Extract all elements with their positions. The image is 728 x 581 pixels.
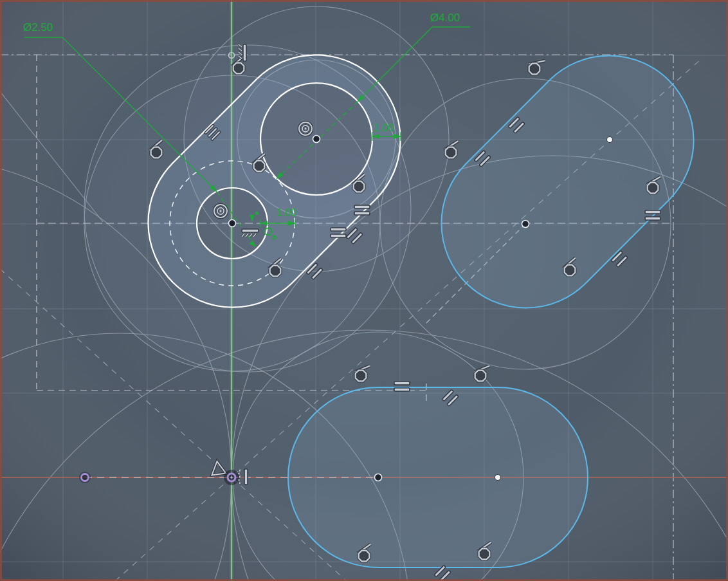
black-sketch-point[interactable]	[313, 136, 320, 143]
cad-viewport[interactable]: Ø2.50Ø4.001.001.00	[0, 0, 728, 581]
white-sketch-point[interactable]	[607, 137, 613, 143]
black-sketch-point[interactable]	[229, 220, 236, 227]
dimension-label[interactable]: 1.00	[374, 122, 394, 133]
origin-sketch-point[interactable]	[224, 470, 239, 485]
dimension-label[interactable]: Ø2.50	[23, 21, 53, 33]
sketch-bottom-blue-slot[interactable]	[288, 387, 588, 567]
black-sketch-point[interactable]	[522, 221, 529, 228]
dimension-label[interactable]: Ø4.00	[430, 12, 460, 24]
sketch-canvas[interactable]: Ø2.50Ø4.001.001.00	[0, 0, 728, 581]
purple-sketch-point[interactable]	[79, 472, 91, 483]
dimension-drag-handle[interactable]	[255, 212, 259, 215]
white-sketch-point[interactable]	[495, 475, 501, 481]
dimension-label[interactable]: 1.00	[277, 207, 296, 218]
black-sketch-point[interactable]	[375, 474, 382, 481]
